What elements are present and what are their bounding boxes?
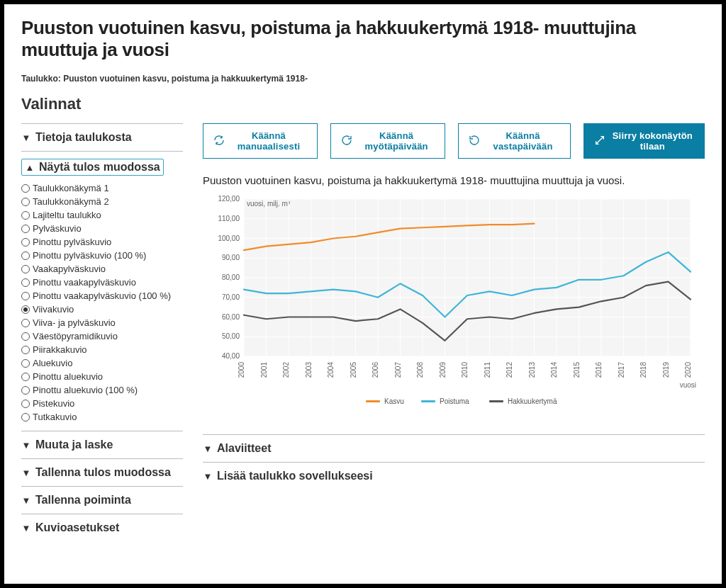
svg-text:vuosi: vuosi	[680, 381, 696, 389]
line-chart: 40,0050,0060,0070,0080,0090,00100,00110,…	[203, 193, 699, 413]
chevron-down-icon: ▼	[21, 132, 31, 143]
accordion-header[interactable]: ▼Tallenna tulos muodossa	[21, 466, 183, 479]
accordion-label: Tietoja taulukosta	[35, 131, 132, 144]
chevron-down-icon: ▼	[21, 523, 31, 533]
view-option[interactable]: Taulukkonäkymä 2	[21, 195, 183, 208]
radio-icon	[21, 359, 30, 368]
view-option-label: Pinottu pylväskuvio	[33, 237, 111, 247]
radio-icon	[21, 211, 30, 220]
view-option[interactable]: Piirakkakuvio	[21, 343, 183, 356]
svg-text:2019: 2019	[662, 362, 670, 378]
accordion-label: Muuta ja laske	[35, 439, 113, 451]
svg-text:2004: 2004	[327, 362, 335, 378]
radio-icon	[21, 346, 30, 354]
view-option[interactable]: Väestöpyramidikuvio	[21, 329, 183, 343]
view-option-label: Pinottu vaakapylväskuvio	[33, 277, 136, 288]
svg-text:2003: 2003	[305, 362, 313, 378]
rotate-cw-button[interactable]: Käännä myötäpäivään	[330, 123, 445, 159]
view-option-label: Vaakapylväskuvio	[33, 264, 106, 274]
view-option-label: Aluekuvio	[33, 358, 72, 368]
table-subtitle: Taulukko: Puuston vuotuinen kasvu, poist…	[21, 74, 705, 84]
accordion-header[interactable]: ▼Tallenna poiminta	[21, 494, 183, 507]
chevron-down-icon: ▼	[21, 468, 31, 478]
view-option[interactable]: Pinottu pylväskuvio	[21, 235, 183, 249]
view-option[interactable]: Taulukkonäkymä 1	[21, 181, 183, 195]
view-option[interactable]: Vaakapylväskuvio	[21, 262, 183, 276]
svg-text:2001: 2001	[260, 362, 268, 378]
svg-text:100,00: 100,00	[218, 234, 240, 242]
page-title: Puuston vuotuinen kasvu, poistuma ja hak…	[21, 17, 705, 61]
accordion-header[interactable]: ▼Kuvioasetukset	[21, 521, 183, 534]
svg-text:2013: 2013	[528, 362, 536, 378]
view-option-label: Piirakkakuvio	[33, 344, 87, 355]
accordion-label: Kuvioasetukset	[35, 521, 119, 534]
svg-text:2000: 2000	[238, 362, 245, 378]
accordion-header[interactable]: ▼Tietoja taulukosta	[21, 131, 183, 144]
accordion-label: Tallenna poiminta	[35, 494, 131, 507]
svg-text:2012: 2012	[506, 362, 513, 378]
view-option[interactable]: Pinottu aluekuvio	[21, 370, 183, 383]
accordion-header[interactable]: ▼Muuta ja laske	[21, 439, 183, 451]
view-option[interactable]: Pylväskuvio	[21, 222, 183, 235]
rotate-manual-button[interactable]: Käännä manuaalisesti	[203, 123, 318, 159]
radio-icon	[21, 278, 30, 287]
view-option-label: Taulukkonäkymä 2	[33, 196, 109, 207]
view-option-label: Väestöpyramidikuvio	[33, 331, 118, 341]
radio-icon	[21, 225, 30, 233]
svg-text:Kasvu: Kasvu	[384, 397, 404, 405]
radio-icon	[21, 184, 30, 193]
svg-text:2011: 2011	[484, 362, 491, 378]
fullscreen-button[interactable]: Siirry kokonäytön tilaan	[583, 123, 705, 159]
view-option-label: Viiva- ja pylväskuvio	[33, 317, 116, 328]
chart-toolbar: Käännä manuaalisesti Käännä myötäpäivään…	[203, 123, 705, 159]
svg-text:2015: 2015	[573, 362, 581, 378]
view-option[interactable]: Lajiteltu taulukko	[21, 208, 183, 222]
radio-icon	[21, 319, 30, 327]
refresh-icon	[213, 135, 225, 148]
svg-text:2008: 2008	[416, 362, 424, 378]
radio-icon	[21, 332, 30, 341]
radio-icon	[21, 265, 30, 273]
view-option[interactable]: Viiva- ja pylväskuvio	[21, 316, 183, 329]
svg-text:2006: 2006	[372, 362, 379, 378]
svg-rect-65	[421, 400, 435, 402]
radio-icon	[21, 198, 30, 206]
view-option[interactable]: Pinottu vaakapylväskuvio	[21, 276, 183, 289]
chevron-down-icon: ▼	[203, 443, 213, 454]
view-option[interactable]: Pinottu aluekuvio (100 %)	[21, 383, 183, 397]
radio-icon	[21, 292, 30, 300]
view-option[interactable]: Viivakuvio	[21, 303, 183, 316]
chevron-down-icon: ▼	[21, 495, 31, 506]
view-option-label: Viivakuvio	[33, 304, 74, 315]
expand-icon	[594, 135, 605, 148]
radio-icon	[21, 238, 30, 247]
view-option-label: Lajiteltu taulukko	[33, 210, 101, 220]
svg-text:2002: 2002	[282, 362, 290, 378]
svg-text:Poistuma: Poistuma	[440, 397, 469, 405]
footnotes-toggle[interactable]: ▼ Alaviitteet	[203, 442, 705, 455]
svg-text:Hakkuukertymä: Hakkuukertymä	[508, 397, 557, 405]
svg-text:2010: 2010	[461, 362, 469, 378]
view-option[interactable]: Pinottu vaakapylväskuvio (100 %)	[21, 289, 183, 303]
svg-text:2005: 2005	[350, 362, 357, 378]
view-option[interactable]: Pinottu pylväskuvio (100 %)	[21, 249, 183, 262]
accordion-header[interactable]: ▲Näytä tulos muodossa	[21, 159, 164, 176]
view-option-label: Pinottu aluekuvio	[33, 371, 103, 382]
view-option[interactable]: Pistekuvio	[21, 397, 183, 410]
radio-icon	[21, 413, 30, 422]
view-option[interactable]: Tutkakuvio	[21, 410, 183, 424]
rotate-ccw-button[interactable]: Käännä vastapäivään	[458, 123, 570, 159]
view-option-label: Pinottu vaakapylväskuvio (100 %)	[33, 290, 171, 301]
embed-toggle[interactable]: ▼ Lisää taulukko sovellukseesi	[203, 470, 705, 482]
rotate-cw-icon	[341, 135, 352, 148]
rotate-ccw-icon	[469, 135, 480, 148]
view-option[interactable]: Aluekuvio	[21, 356, 183, 370]
svg-rect-67	[489, 400, 503, 402]
accordion-label: Näytä tulos muodossa	[39, 161, 160, 174]
view-option-label: Pistekuvio	[33, 398, 74, 409]
svg-text:2014: 2014	[550, 362, 558, 378]
chevron-down-icon: ▼	[21, 440, 31, 451]
radio-icon	[21, 400, 30, 408]
svg-text:2016: 2016	[595, 362, 603, 378]
radio-icon	[21, 373, 30, 381]
